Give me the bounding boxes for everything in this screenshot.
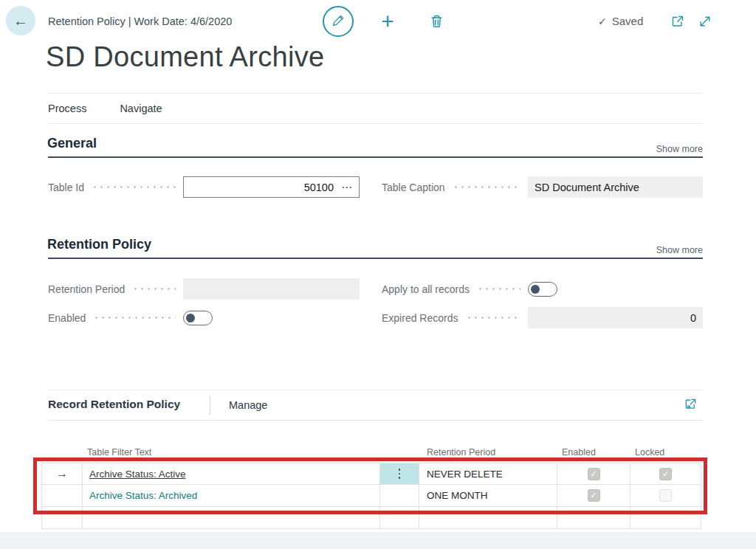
field-enabled: Enabled (48, 307, 360, 328)
menu-item-process[interactable]: Process (48, 103, 86, 114)
page: ← Retention Policy | Work Date: 4/6/2020… (0, 0, 756, 549)
part-bottom-rule (48, 420, 703, 421)
part-heading: Record Retention Policy (48, 398, 180, 411)
delete-button[interactable] (426, 11, 447, 33)
enabled-checkbox (588, 489, 600, 502)
show-more-general[interactable]: Show more (656, 144, 703, 154)
popout-icon (684, 397, 698, 413)
enabled-cell (557, 485, 630, 507)
vertical-dots-icon[interactable] (399, 469, 401, 479)
section-heading-retention-policy: Retention Policy (47, 237, 151, 252)
edit-button[interactable] (323, 6, 354, 37)
locked-checkbox (659, 468, 672, 480)
part-popout-button[interactable] (681, 396, 700, 415)
column-header-locked[interactable]: Locked (630, 443, 701, 463)
current-row-arrow-icon: → (56, 467, 68, 480)
column-header-table-filter-text[interactable]: Table Filter Text (83, 443, 380, 463)
expired-records-label: Expired Records (382, 312, 458, 324)
enabled-label: Enabled (48, 312, 86, 324)
toggle-fullscreen-button[interactable] (695, 13, 715, 32)
dotted-leader (477, 288, 520, 290)
back-arrow-icon: ← (13, 13, 28, 28)
expired-records-field: 0 (528, 307, 703, 328)
dotted-leader (93, 317, 176, 319)
dotted-leader (132, 288, 176, 290)
retention-period-cell[interactable]: ONE MONTH (419, 485, 557, 507)
open-in-new-window-button[interactable] (668, 13, 687, 32)
row-marker-cell (41, 485, 83, 507)
field-table-id: Table Id 50100 ⋯ (48, 176, 360, 198)
column-header-retention-period[interactable]: Retention Period (419, 443, 557, 463)
page-title: SD Document Archive (46, 41, 324, 73)
retention-period-label: Retention Period (48, 283, 125, 295)
enabled-checkbox (588, 468, 600, 480)
row-actions-cell (380, 507, 419, 529)
enabled-toggle[interactable] (183, 311, 213, 325)
show-more-retention-policy[interactable]: Show more (656, 245, 703, 255)
column-header-actions (380, 443, 419, 463)
action-bar: Process Navigate (48, 93, 703, 124)
apply-to-all-records-toggle[interactable] (528, 282, 557, 297)
row-actions-cell[interactable] (380, 463, 419, 485)
breadcrumb[interactable]: Retention Policy | Work Date: 4/6/2020 (48, 15, 232, 27)
table-row-filter-cell[interactable]: Archive Status: Active (83, 463, 380, 485)
part-menu-manage[interactable]: Manage (229, 399, 267, 411)
table-row-filter-cell[interactable] (83, 507, 380, 529)
row-actions-cell (380, 485, 419, 507)
field-expired-records: Expired Records 0 (382, 307, 703, 328)
locked-cell (630, 507, 701, 529)
retention-period-cell[interactable]: NEVER DELETE (419, 463, 557, 485)
column-header-marker (41, 443, 83, 463)
new-record-button[interactable]: + (375, 9, 400, 34)
retention-period-field (183, 278, 360, 300)
save-status: ✓ Saved (598, 15, 643, 27)
field-table-caption: Table Caption SD Document Archive (382, 176, 703, 198)
popout-icon (670, 14, 685, 31)
menu-item-navigate[interactable]: Navigate (120, 103, 162, 114)
plus-icon: + (381, 9, 394, 34)
row-marker-cell (41, 507, 83, 529)
column-header-enabled[interactable]: Enabled (557, 443, 630, 463)
table-caption-label: Table Caption (382, 182, 445, 193)
back-button[interactable]: ← (6, 6, 35, 35)
apply-to-all-records-label: Apply to all records (382, 283, 470, 295)
filter-link: Archive Status: Active (89, 469, 186, 480)
filter-link: Archive Status: Archived (89, 490, 197, 501)
table-caption-value: SD Document Archive (535, 182, 639, 193)
field-apply-to-all-records: Apply to all records (382, 278, 703, 300)
locked-checkbox (659, 489, 672, 502)
assist-edit-icon[interactable]: ⋯ (341, 181, 353, 194)
table-id-value: 50100 (304, 182, 334, 193)
section-rule-retention-policy (48, 258, 703, 259)
retention-period-cell (419, 507, 557, 529)
save-status-label: Saved (612, 15, 644, 27)
table-row-filter-cell[interactable]: Archive Status: Archived (83, 485, 380, 507)
trash-icon (429, 13, 444, 32)
table-id-input[interactable]: 50100 ⋯ (183, 176, 360, 198)
resize-diagonal-icon (698, 14, 712, 31)
expired-records-value: 0 (690, 312, 696, 324)
part-divider (210, 396, 210, 415)
page-footer-strip (0, 532, 756, 549)
pencil-icon (331, 13, 346, 30)
section-rule-general (48, 156, 703, 158)
locked-cell (630, 485, 701, 507)
field-retention-period: Retention Period (48, 278, 360, 300)
section-heading-general: General (47, 136, 97, 151)
row-marker-cell: → (41, 463, 83, 485)
table-id-label: Table Id (48, 182, 84, 193)
locked-cell (630, 463, 701, 485)
dotted-leader (466, 317, 521, 319)
record-retention-policy-grid: Table Filter Text Retention Period Enabl… (41, 443, 701, 529)
table-caption-field: SD Document Archive (528, 176, 703, 198)
dotted-leader (453, 186, 520, 188)
enabled-cell (557, 463, 630, 485)
enabled-cell (557, 507, 630, 529)
dotted-leader (92, 186, 176, 188)
part-top-rule (48, 390, 703, 390)
check-icon: ✓ (598, 15, 607, 27)
